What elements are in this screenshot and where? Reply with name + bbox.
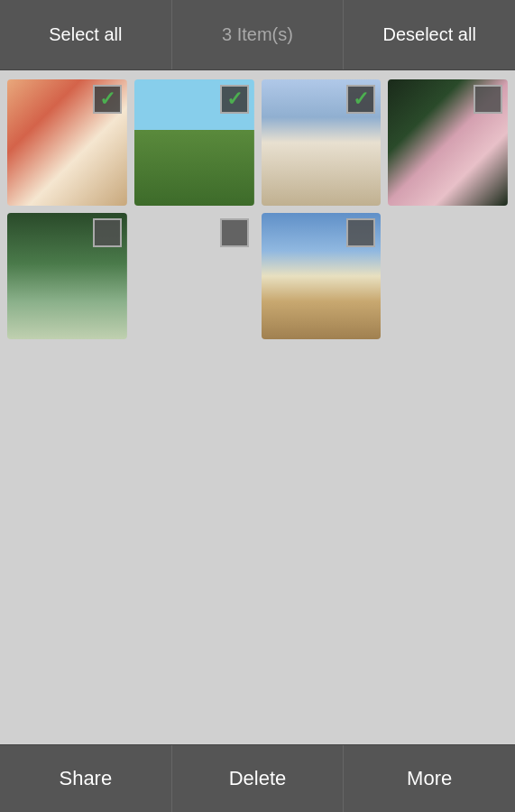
checkbox-2[interactable]: ✓ — [220, 85, 249, 114]
checkmark-1: ✓ — [99, 89, 115, 109]
item-count-label: 3 Item(s) — [222, 24, 293, 45]
checkmark-3: ✓ — [353, 89, 369, 109]
photo-gallery: ✓ ✓ ✓ — [0, 70, 515, 744]
gallery-item-4[interactable] — [388, 79, 508, 206]
checkbox-1[interactable]: ✓ — [93, 85, 122, 114]
select-all-button[interactable]: Select all — [0, 0, 172, 69]
deselect-all-button[interactable]: Deselect all — [344, 0, 515, 69]
item-count-display: 3 Item(s) — [172, 0, 345, 69]
gallery-item-3[interactable]: ✓ — [262, 79, 382, 206]
gallery-item-2[interactable]: ✓ — [134, 79, 254, 206]
more-button[interactable]: More — [344, 745, 515, 812]
checkbox-5[interactable] — [93, 218, 122, 247]
gallery-item-6[interactable] — [134, 213, 254, 339]
bottom-bar: Share Delete More — [0, 744, 515, 812]
delete-button[interactable]: Delete — [172, 745, 345, 812]
delete-label: Delete — [229, 767, 287, 790]
gallery-item-1[interactable]: ✓ — [7, 79, 127, 206]
gallery-item-5[interactable] — [7, 213, 127, 339]
gallery-item-7[interactable] — [262, 213, 382, 339]
share-button[interactable]: Share — [0, 745, 172, 812]
share-label: Share — [59, 767, 112, 790]
checkbox-4[interactable] — [474, 85, 502, 114]
deselect-all-label: Deselect all — [382, 24, 475, 45]
checkbox-3[interactable]: ✓ — [346, 85, 375, 114]
select-all-label: Select all — [49, 24, 122, 45]
checkbox-6[interactable] — [220, 218, 249, 247]
checkmark-2: ✓ — [226, 89, 243, 109]
checkbox-7[interactable] — [346, 218, 375, 247]
more-label: More — [407, 767, 452, 790]
top-bar: Select all 3 Item(s) Deselect all — [0, 0, 515, 70]
